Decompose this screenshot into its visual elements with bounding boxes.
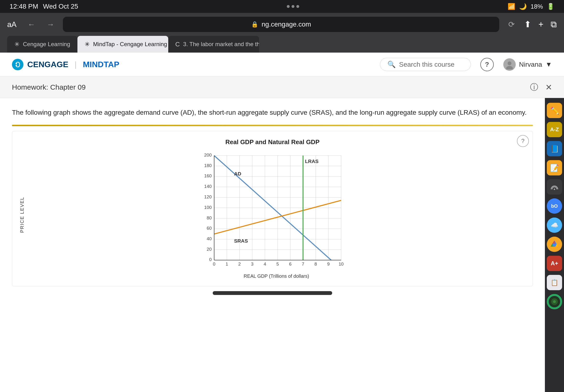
svg-text:20: 20 (207, 247, 212, 252)
scroll-bar[interactable] (213, 291, 332, 295)
date: Wed Oct 25 (43, 3, 78, 10)
chart-help-button[interactable]: ? (517, 135, 529, 147)
refresh-button[interactable]: ⟳ (505, 18, 518, 31)
chart-container: ? Real GDP and Natural Real GDP PRICE LE… (12, 131, 533, 286)
user-chevron-icon: ▼ (545, 61, 552, 68)
svg-text:160: 160 (204, 174, 211, 179)
sidebar-item-grade[interactable]: A+ (547, 256, 562, 271)
status-bar: 12:48 PM Wed Oct 25 📶 🌙 18% 🔋 (0, 0, 564, 13)
tab-labor[interactable]: C 3. The labor market and the three stat… (168, 36, 259, 53)
sidebar-item-circle[interactable] (547, 294, 562, 309)
labor-tab-icon: C (175, 41, 180, 48)
svg-text:LRAS: LRAS (305, 158, 318, 164)
svg-text:3: 3 (251, 262, 253, 266)
status-right: 📶 🌙 18% 🔋 (508, 3, 554, 10)
svg-text:180: 180 (204, 163, 211, 168)
sidebar-item-notes[interactable]: 📝 (547, 160, 562, 175)
tab-labor-label: 3. The labor market and the three states… (183, 41, 259, 48)
user-name: Nirvana (519, 61, 542, 68)
svg-text:9: 9 (327, 262, 330, 266)
share-button[interactable]: ⬆ (524, 19, 531, 29)
main-layout: The following graph shows the aggregate … (0, 98, 564, 392)
search-placeholder: Search this course (399, 61, 454, 68)
dot1 (287, 5, 290, 8)
page-header: Homework: Chapter 09 ⓘ ✕ (0, 76, 564, 98)
lock-icon: 🔒 (251, 21, 258, 28)
mindtap-tab-icon: ✳ (85, 41, 90, 48)
back-button[interactable]: ← (25, 18, 38, 31)
svg-marker-61 (552, 240, 555, 244)
status-center (287, 5, 299, 8)
sidebar-item-bongo[interactable]: bO (547, 198, 562, 214)
svg-point-4 (506, 66, 513, 69)
browser-tabs: ✳ Cengage Learning ✳ MindTap - Cengage L… (7, 36, 557, 53)
svg-text:40: 40 (207, 236, 212, 241)
svg-text:1: 1 (226, 262, 228, 266)
address-bar[interactable]: 🔒 ng.cengage.com (63, 17, 499, 32)
info-button[interactable]: ⓘ (530, 82, 538, 93)
svg-text:0: 0 (209, 257, 211, 262)
browser-actions: ⬆ + ⧉ (524, 19, 557, 29)
svg-point-3 (508, 61, 511, 65)
cengage-icon (12, 59, 23, 70)
svg-text:4: 4 (264, 262, 266, 266)
url-text: ng.cengage.com (262, 21, 311, 28)
svg-text:200: 200 (204, 153, 211, 157)
battery-icon: 🔋 (547, 3, 554, 10)
tab-cengage[interactable]: ✳ Cengage Learning (7, 36, 77, 53)
close-button[interactable]: ✕ (545, 83, 552, 92)
moon-icon: 🌙 (519, 3, 527, 10)
sidebar-item-az[interactable]: A-Z (547, 122, 562, 137)
user-avatar (503, 58, 516, 71)
new-tab-button[interactable]: + (538, 19, 543, 29)
page-header-actions: ⓘ ✕ (530, 82, 552, 93)
y-axis-label: PRICE LEVEL (19, 151, 25, 279)
text-size-control[interactable]: aA (7, 20, 16, 29)
svg-point-65 (553, 300, 556, 303)
cengage-tab-icon: ✳ (14, 41, 20, 48)
content-area: The following graph shows the aggregate … (0, 98, 545, 392)
chart-area: 0 20 40 60 80 100 120 140 160 180 200 0 … (27, 151, 525, 279)
header-right: 🔍 Search this course ? Nirvana ▼ (380, 58, 552, 71)
logo-divider: | (75, 60, 77, 69)
user-menu[interactable]: Nirvana ▼ (503, 58, 552, 71)
svg-text:120: 120 (204, 194, 211, 199)
svg-text:140: 140 (204, 184, 211, 189)
tab-mindtap-label: MindTap - Cengage Learning (93, 41, 167, 48)
chart-wrapper: PRICE LEVEL (19, 151, 525, 279)
browser-toolbar: aA ← → 🔒 ng.cengage.com ⟳ ⬆ + ⧉ (7, 17, 557, 32)
svg-text:10: 10 (339, 262, 344, 266)
svg-text:5: 5 (276, 262, 279, 266)
sidebar-item-pencil[interactable]: ✏️ (547, 103, 562, 118)
svg-text:80: 80 (207, 215, 212, 220)
tabs-button[interactable]: ⧉ (550, 19, 557, 29)
chart-title: Real GDP and Natural Real GDP (19, 138, 525, 146)
time: 12:48 PM (10, 3, 38, 10)
chart-svg: 0 20 40 60 80 100 120 140 160 180 200 0 … (27, 151, 525, 270)
mindtap-text: MINDTAP (83, 60, 119, 69)
cengage-logo: CENGAGE | MINDTAP (12, 59, 119, 70)
sidebar: ✏️ A-Z 📘 📝 bO ☁️ A+ (545, 98, 564, 392)
svg-text:6: 6 (289, 262, 291, 266)
help-button[interactable]: ? (480, 58, 494, 71)
svg-text:AD: AD (234, 171, 241, 176)
sidebar-item-notepad[interactable]: 📋 (547, 275, 562, 290)
cengage-text: CENGAGE (27, 60, 68, 69)
sidebar-item-signal[interactable] (547, 179, 562, 195)
sidebar-item-cloud[interactable]: ☁️ (547, 218, 562, 233)
search-icon: 🔍 (387, 60, 396, 68)
tab-cengage-label: Cengage Learning (23, 41, 70, 48)
svg-text:0: 0 (213, 262, 215, 266)
battery: 18% (531, 3, 543, 10)
question-text: The following graph shows the aggregate … (12, 108, 533, 118)
status-left: 12:48 PM Wed Oct 25 (10, 3, 78, 10)
forward-button[interactable]: → (44, 18, 57, 31)
tab-mindtap[interactable]: ✳ MindTap - Cengage Learning ✕ (77, 36, 168, 53)
sidebar-item-drive[interactable] (547, 237, 562, 252)
wifi-icon: 📶 (508, 3, 515, 10)
sidebar-item-book[interactable]: 📘 (547, 141, 562, 156)
browser-chrome: aA ← → 🔒 ng.cengage.com ⟳ ⬆ + ⧉ ✳ Cengag… (0, 13, 564, 53)
svg-text:60: 60 (207, 226, 212, 231)
search-bar[interactable]: 🔍 Search this course (380, 58, 471, 71)
x-axis-label: REAL GDP (Trillions of dollars) (27, 273, 525, 279)
